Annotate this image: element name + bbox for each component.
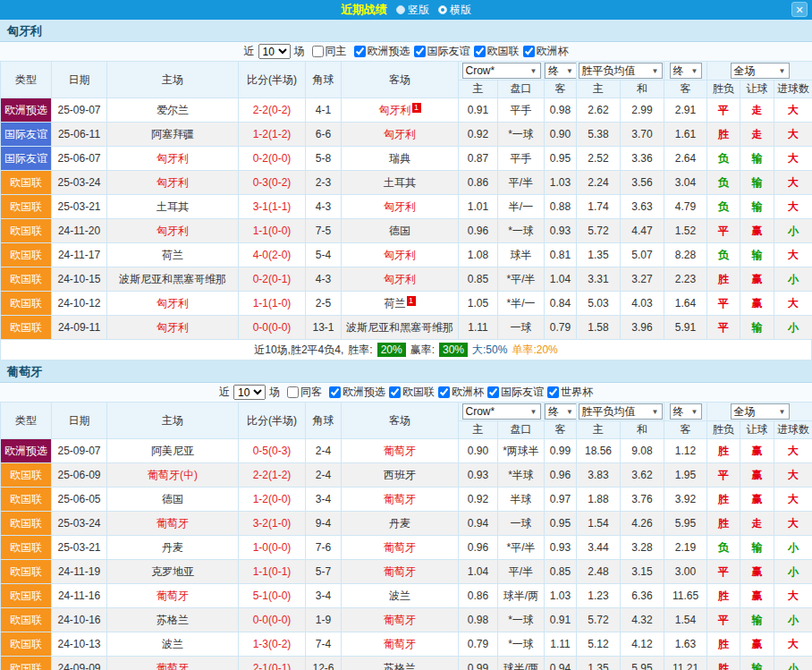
euro-draw-odds: 3.62 xyxy=(621,463,664,488)
away-team-cell: 葡萄牙 xyxy=(342,488,459,512)
away-team-cell: 波兰 xyxy=(342,584,459,608)
team-name: 阿塞拜疆 xyxy=(151,128,194,140)
asia-handicap: 半球 xyxy=(498,488,545,512)
asia-home-odds: 0.92 xyxy=(459,123,498,147)
league-filter-checkbox[interactable]: 欧国联 xyxy=(385,385,435,400)
match-type-badge: 欧国联 xyxy=(1,171,52,195)
result-wdl: 平 xyxy=(707,98,740,123)
corner-cell: 4-3 xyxy=(306,267,342,292)
team-name: 匈牙利 xyxy=(379,104,411,116)
asia-handicap: 球半 xyxy=(498,243,545,267)
recent-count-select[interactable]: 10 xyxy=(258,44,291,59)
score-cell: 4-0(2-0) xyxy=(239,243,306,267)
score-cell: 1-1(0-1) xyxy=(239,560,306,584)
league-checkbox-input[interactable] xyxy=(329,386,341,398)
wdl-average-select[interactable]: 胜平负均值▼ xyxy=(579,403,663,420)
score-cell: 1-1(1-0) xyxy=(239,292,306,316)
recent-count-select[interactable]: 10 xyxy=(233,385,266,400)
same-venue-input[interactable] xyxy=(312,46,324,57)
home-team-cell: 阿塞拜疆 xyxy=(107,123,239,147)
team-name: 波斯尼亚和黑塞哥维那 xyxy=(346,321,453,334)
asia-away-odds: 0.99 xyxy=(545,439,577,463)
match-row: 欧国联25-03-21丹麦1-0(0-0)7-6葡萄牙0.96*平/半0.933… xyxy=(1,536,812,560)
team-name: 波斯尼亚和黑塞哥维那 xyxy=(119,273,226,285)
big-rate-text: 大:50% xyxy=(472,343,507,358)
league-filter-checkbox[interactable]: 国际友谊 xyxy=(410,44,470,59)
col-date: 日期 xyxy=(52,403,107,439)
league-checkbox-input[interactable] xyxy=(487,386,499,398)
score-cell: 0-0(0-0) xyxy=(239,316,306,340)
away-team-cell: 瑞典 xyxy=(342,147,459,171)
europe-final-select[interactable]: 终▼ xyxy=(670,403,702,420)
match-date: 24-10-13 xyxy=(52,632,107,657)
euro-away-odds: 5.95 xyxy=(664,512,707,536)
europe-final-select[interactable]: 终▼ xyxy=(670,63,702,79)
league-filter-checkbox[interactable]: 欧国联 xyxy=(470,44,520,59)
full-match-select[interactable]: 全场▼ xyxy=(731,403,790,420)
wdl-average-select[interactable]: 胜平负均值▼ xyxy=(579,63,663,79)
layout-horizontal-radio[interactable]: 横版 xyxy=(438,3,471,18)
team-name: 荷兰 xyxy=(385,297,406,310)
match-date: 24-10-15 xyxy=(52,267,107,292)
match-type-badge: 欧国联 xyxy=(1,657,52,670)
full-match-select[interactable]: 全场▼ xyxy=(731,63,790,79)
odds-company-select[interactable]: Crow*▼ xyxy=(462,403,541,420)
result-goals: 小 xyxy=(774,316,812,340)
score-cell: 1-2(0-0) xyxy=(239,488,306,512)
league-checkbox-input[interactable] xyxy=(438,386,450,398)
match-row: 欧国联24-10-13波兰1-3(0-2)7-4葡萄牙0.79*一球1.115.… xyxy=(1,632,812,657)
radio-checked-icon xyxy=(438,5,447,14)
league-filter-checkbox[interactable]: 国际友谊 xyxy=(484,385,544,400)
asia-final-select[interactable]: 终▼ xyxy=(545,63,577,79)
score-cell: 2-2(1-2) xyxy=(239,463,306,488)
asia-final-select[interactable]: 终▼ xyxy=(545,403,577,420)
result-handicap: 赢 xyxy=(740,292,774,316)
corner-cell: 2-5 xyxy=(306,292,342,316)
corner-cell: 9-4 xyxy=(306,512,342,536)
match-date: 25-06-11 xyxy=(52,123,107,147)
league-filter-checkbox[interactable]: 世界杯 xyxy=(544,385,593,400)
league-checkbox-input[interactable] xyxy=(389,386,401,398)
home-team-cell: 阿美尼亚 xyxy=(107,439,239,463)
asia-home-odds: 0.93 xyxy=(459,463,498,488)
league-filter-checkbox[interactable]: 欧洲杯 xyxy=(435,385,484,400)
result-wdl: 胜 xyxy=(707,267,740,292)
league-checkbox-input[interactable] xyxy=(523,46,535,57)
filter-bar-portugal: 近 10 场 同客 欧洲预选欧国联欧洲杯国际友谊世界杯 xyxy=(0,383,812,402)
home-team-cell: 葡萄牙 xyxy=(107,512,239,536)
match-date: 24-09-11 xyxy=(52,316,107,340)
league-checkbox-input[interactable] xyxy=(474,46,486,57)
result-handicap: 走 xyxy=(740,98,774,123)
asia-home-odds: 1.11 xyxy=(459,316,498,340)
same-venue-checkbox[interactable]: 同主 xyxy=(309,44,347,59)
league-filter-checkbox[interactable]: 欧洲杯 xyxy=(520,44,569,59)
euro-home-odds: 1.23 xyxy=(577,584,621,608)
team-name: 葡萄牙 xyxy=(384,445,416,457)
league-checkbox-input[interactable] xyxy=(547,386,559,398)
asia-home-odds: 0.79 xyxy=(459,632,498,657)
result-goals: 大 xyxy=(774,463,812,488)
same-venue-input[interactable] xyxy=(287,386,299,398)
layout-vertical-radio[interactable]: 竖版 xyxy=(396,3,429,18)
dialog-title: 近期战绩 xyxy=(341,2,387,18)
close-icon[interactable]: ✕ xyxy=(791,2,808,17)
odds-company-select[interactable]: Crow*▼ xyxy=(462,63,541,79)
league-filter-checkbox[interactable]: 欧洲预选 xyxy=(326,385,385,400)
euro-away-odds: 4.79 xyxy=(664,195,707,219)
euro-away-odds: 11.21 xyxy=(664,657,707,670)
asia-home-odds: 0.98 xyxy=(459,608,498,632)
team-name: 匈牙利 xyxy=(384,200,416,213)
same-venue-checkbox[interactable]: 同客 xyxy=(283,385,322,400)
home-team-cell: 苏格兰 xyxy=(107,608,239,632)
result-wdl: 胜 xyxy=(707,512,740,536)
league-filter-checkbox[interactable]: 欧洲预选 xyxy=(351,44,410,59)
result-goals: 大 xyxy=(774,195,812,219)
team-name: 阿美尼亚 xyxy=(151,445,194,457)
league-checkbox-input[interactable] xyxy=(414,46,426,57)
hungary-matches-table: 类型 日期 主场 比分(半场) 角球 客场 Crow*▼ 终▼ 胜平负均值▼ xyxy=(0,61,812,340)
result-handicap: 赢 xyxy=(740,584,774,608)
score-cell: 3-2(1-0) xyxy=(239,512,306,536)
euro-draw-odds: 4.03 xyxy=(621,292,664,316)
league-checkbox-input[interactable] xyxy=(354,46,366,57)
result-handicap: 赢 xyxy=(740,439,774,463)
